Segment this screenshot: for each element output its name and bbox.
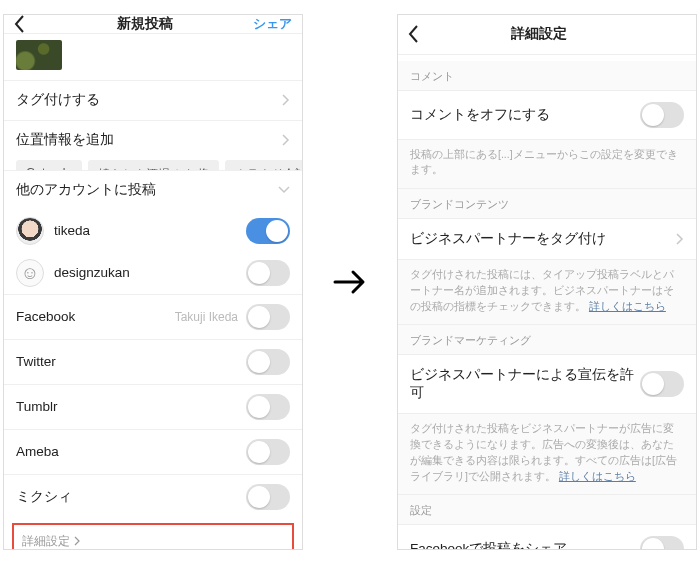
advanced-settings-link[interactable]: 詳細設定 — [22, 533, 80, 550]
location-suggestions: Gotanda 焼きとん酒場 かね将 クラウド会計ソフ — [4, 160, 302, 170]
social-meta: Takuji Ikeda — [175, 310, 238, 324]
allow-promotion-row: ビジネスパートナーによる宣伝を許可 — [398, 355, 696, 414]
social-row-twitter: Twitter — [4, 339, 302, 384]
social-name: Twitter — [16, 354, 56, 369]
section-header-settings: 設定 — [398, 494, 696, 525]
header: 詳細設定 — [398, 15, 696, 55]
tag-people-row[interactable]: タグ付けする — [4, 80, 302, 120]
thumbnail-row — [4, 34, 302, 80]
toggle-facebook[interactable] — [246, 304, 290, 330]
toggle-facebook-share[interactable] — [640, 536, 684, 548]
account-name: designzukan — [54, 265, 236, 280]
toggle-designzukan[interactable] — [246, 260, 290, 286]
avatar — [16, 217, 44, 245]
chevron-down-icon — [278, 186, 290, 194]
tag-partner-label: ビジネスパートナーをタグ付け — [410, 230, 606, 248]
comment-help: 投稿の上部にある[...]メニューからこの設定を変更できます。 — [398, 140, 696, 189]
facebook-share-label: Facebookで投稿をシェア — [410, 540, 567, 548]
social-row-mixi: ミクシィ — [4, 474, 302, 519]
location-chip[interactable]: クラウド会計ソフ — [225, 160, 302, 170]
tag-partner-row[interactable]: ビジネスパートナーをタグ付け — [398, 219, 696, 260]
chevron-right-icon — [676, 233, 684, 245]
share-button[interactable]: シェア — [246, 15, 292, 33]
back-button[interactable] — [14, 15, 44, 33]
advanced-settings-highlight: 詳細設定 — [12, 523, 294, 550]
chevron-right-icon — [282, 94, 290, 106]
brand-content-help: タグ付けされた投稿には、タイアップ投稿ラベルとパートナー名が追加されます。ビジネ… — [398, 260, 696, 324]
comment-off-label: コメントをオフにする — [410, 106, 550, 124]
account-row-tikeda: tikeda — [4, 210, 302, 252]
advanced-settings-label: 詳細設定 — [22, 533, 70, 550]
toggle-mixi[interactable] — [246, 484, 290, 510]
chevron-left-icon — [408, 25, 419, 43]
toggle-comment-off[interactable] — [640, 102, 684, 128]
facebook-share-row: Facebookで投稿をシェア — [398, 525, 696, 548]
avatar — [16, 259, 44, 287]
add-location-label: 位置情報を追加 — [16, 131, 114, 149]
toggle-allow-promotion[interactable] — [640, 371, 684, 397]
social-row-tumblr: Tumblr — [4, 384, 302, 429]
section-header-comment: コメント — [398, 61, 696, 91]
social-row-facebook: Facebook Takuji Ikeda — [4, 294, 302, 339]
new-post-screen: 新規投稿 シェア タグ付けする 位置情報を追加 Gotanda 焼きとん酒場 か… — [3, 14, 303, 550]
other-accounts-label: 他のアカウントに投稿 — [16, 181, 156, 199]
advanced-settings-screen: 詳細設定 コメント コメントをオフにする 投稿の上部にある[...]メニューから… — [397, 14, 697, 550]
help-body: タグ付けされた投稿をビジネスパートナーが広告に変換できるようになります。広告への… — [410, 422, 677, 481]
brand-marketing-help: タグ付けされた投稿をビジネスパートナーが広告に変換できるようになります。広告への… — [398, 414, 696, 494]
back-button[interactable] — [408, 25, 438, 43]
social-name: Ameba — [16, 444, 59, 459]
chevron-right-icon — [74, 536, 80, 546]
add-location-row[interactable]: 位置情報を追加 — [4, 120, 302, 160]
learn-more-link[interactable]: 詳しくはこちら — [559, 470, 636, 482]
post-thumbnail[interactable] — [16, 40, 62, 70]
social-row-ameba: Ameba — [4, 429, 302, 474]
social-name: ミクシィ — [16, 488, 72, 506]
comment-off-row: コメントをオフにする — [398, 91, 696, 140]
toggle-tikeda[interactable] — [246, 218, 290, 244]
location-chip[interactable]: Gotanda — [16, 160, 82, 170]
toggle-ameba[interactable] — [246, 439, 290, 465]
location-chip[interactable]: 焼きとん酒場 かね将 — [88, 160, 219, 170]
section-header-brand-content: ブランドコンテンツ — [398, 188, 696, 219]
social-name: Facebook — [16, 309, 75, 324]
allow-promotion-label: ビジネスパートナーによる宣伝を許可 — [410, 366, 640, 402]
page-title: 新規投稿 — [117, 15, 173, 33]
other-accounts-row[interactable]: 他のアカウントに投稿 — [4, 170, 302, 210]
chevron-right-icon — [282, 134, 290, 146]
account-row-designzukan: designzukan — [4, 252, 302, 294]
arrow-right-icon — [333, 268, 367, 296]
section-header-brand-marketing: ブランドマーケティング — [398, 324, 696, 355]
account-name: tikeda — [54, 223, 236, 238]
page-title: 詳細設定 — [511, 25, 567, 43]
settings-scroll: コメント コメントをオフにする 投稿の上部にある[...]メニューからこの設定を… — [398, 55, 696, 549]
header: 新規投稿 シェア — [4, 15, 302, 34]
tag-people-label: タグ付けする — [16, 91, 100, 109]
chevron-left-icon — [14, 15, 25, 33]
social-name: Tumblr — [16, 399, 58, 414]
toggle-twitter[interactable] — [246, 349, 290, 375]
learn-more-link[interactable]: 詳しくはこちら — [589, 300, 666, 312]
toggle-tumblr[interactable] — [246, 394, 290, 420]
